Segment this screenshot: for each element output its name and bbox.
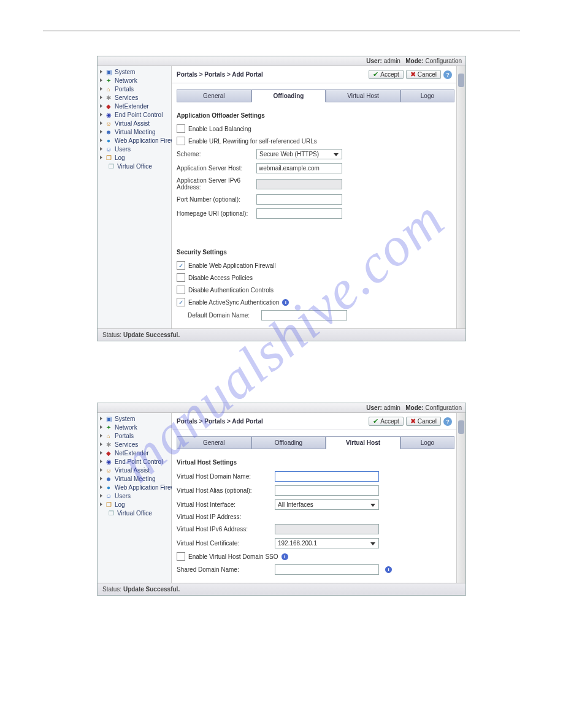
doc2-icon: ❐ (107, 162, 115, 170)
cancel-button[interactable]: ✖Cancel (406, 70, 441, 79)
person-icon: ☺ (105, 466, 112, 474)
sidebar2-item-virtual-assist[interactable]: ☺Virtual Assist (98, 466, 171, 474)
checkbox-load-balancing[interactable] (177, 124, 185, 133)
section-security: Security Settings (172, 245, 465, 258)
label-vh-sso: Enable Virtual Host Domain SSO (188, 553, 278, 560)
window-offloading: User: admin Mode: Configuration ▣System … (97, 56, 466, 341)
input-vh-domain[interactable] (275, 471, 379, 482)
breadcrumb: Portals > Portals > Add Portal (177, 71, 263, 78)
checkbox-vh-sso[interactable] (177, 552, 185, 561)
tab2-virtual-host[interactable]: Virtual Host (326, 436, 400, 449)
home-icon: ⌂ (105, 432, 112, 439)
sidebar-item-system[interactable]: ▣System (98, 67, 171, 76)
sidebar2-item-virtual-meeting[interactable]: ☻Virtual Meeting (98, 474, 171, 483)
input-default-domain[interactable] (261, 310, 347, 320)
scrollbar2[interactable] (456, 413, 465, 583)
help-icon2[interactable]: ? (443, 417, 452, 426)
info-icon[interactable]: i (282, 299, 289, 306)
select-vh-iface[interactable]: All Interfaces (275, 499, 379, 510)
info-icon2[interactable]: i (282, 553, 288, 560)
accept-button[interactable]: ✔Accept (369, 70, 404, 79)
label-port: Port Number (optional): (177, 196, 250, 203)
accept-button2[interactable]: ✔Accept (369, 417, 404, 426)
tab-virtual-host[interactable]: Virtual Host (326, 89, 400, 102)
tab-bar2: General Offloading Virtual Host Logo (177, 436, 454, 449)
tab2-general[interactable]: General (177, 436, 251, 449)
scrollbar[interactable] (456, 66, 465, 328)
checkbox-disable-access[interactable] (177, 273, 185, 282)
checkbox-activesync[interactable]: ✓ (177, 298, 185, 306)
sidebar-item-endpoint[interactable]: ◉End Point Control (98, 110, 171, 119)
sidebar2-item-system[interactable]: ▣System (98, 414, 171, 423)
sidebar2-item-netextender[interactable]: ◆NetExtender (98, 449, 171, 457)
label-vh-iface: Virtual Host Interface: (177, 501, 269, 508)
sidebar2-item-log[interactable]: ❐Log (98, 500, 171, 509)
doc-icon: ❐ (105, 154, 112, 161)
label-shared-domain: Shared Domain Name: (177, 566, 269, 573)
sidebar-item-virtual-office[interactable]: ❐Virtual Office (98, 162, 171, 170)
people-icon: ☻ (105, 128, 112, 135)
checkbox-url-rewrite[interactable] (177, 137, 185, 145)
sidebar2-item-virtual-office[interactable]: ❐Virtual Office (98, 509, 171, 517)
label-app-host: Application Server Host: (177, 165, 250, 172)
tab-logo[interactable]: Logo (400, 89, 454, 102)
sidebar-item-services[interactable]: ✱Services (98, 93, 171, 102)
select-vh-cert[interactable]: 192.168.200.1 (275, 538, 379, 548)
sidebar2-item-services[interactable]: ✱Services (98, 440, 171, 449)
sidebar2-item-waf[interactable]: ●Web Application Firewall (98, 483, 171, 491)
doc-icon: ❐ (105, 501, 112, 508)
sidebar-item-netextender[interactable]: ◆NetExtender (98, 102, 171, 110)
input-vh-alias[interactable] (275, 485, 379, 496)
select-scheme[interactable]: Secure Web (HTTPS) (256, 149, 342, 159)
info-icon3[interactable]: i (385, 566, 392, 573)
input-homepage[interactable] (256, 208, 342, 219)
input-shared-domain[interactable] (275, 564, 379, 575)
cancel-button2[interactable]: ✖Cancel (406, 417, 441, 426)
sidebar2: ▣System ✦Network ⌂Portals ✱Services ◆Net… (98, 413, 172, 583)
input-app-ipv6[interactable] (256, 179, 342, 189)
input-app-host[interactable] (256, 163, 342, 173)
sidebar2-item-portals[interactable]: ⌂Portals (98, 431, 171, 440)
label-vh-domain: Virtual Host Domain Name: (177, 473, 269, 480)
label-activesync: Enable ActiveSync Authentication (188, 299, 279, 306)
input-port[interactable] (256, 194, 342, 205)
sidebar-item-virtual-meeting[interactable]: ☻Virtual Meeting (98, 127, 171, 136)
sidebar-item-network[interactable]: ✦Network (98, 76, 171, 85)
label-waf: Enable Web Application Firewall (188, 262, 276, 269)
tab-general[interactable]: General (177, 89, 251, 102)
shield2-icon: ◉ (105, 458, 112, 465)
checkbox-disable-auth[interactable] (177, 286, 185, 294)
label-vh-ip: Virtual Host IP Address: (177, 514, 269, 520)
sidebar-item-users[interactable]: ☺Users (98, 145, 171, 153)
section-vh: Virtual Host Settings (172, 455, 465, 468)
sidebar-item-portals[interactable]: ⌂Portals (98, 85, 171, 93)
help-icon[interactable]: ? (443, 70, 452, 79)
sidebar2-item-users[interactable]: ☺Users (98, 491, 171, 500)
sidebar2-item-network[interactable]: ✦Network (98, 423, 171, 431)
sidebar-item-log[interactable]: ❐Log (98, 153, 171, 162)
titlebar2: User: admin Mode: Configuration (98, 403, 465, 413)
sidebar-item-waf[interactable]: ●Web Application Firewall (98, 136, 171, 145)
checkbox-waf[interactable]: ✓ (177, 261, 185, 270)
label-vh-cert: Virtual Host Certificate: (177, 540, 269, 547)
x-icon: ✖ (410, 418, 416, 425)
sidebar2-item-endpoint[interactable]: ◉End Point Control (98, 457, 171, 466)
globe-icon: ● (105, 483, 112, 491)
breadcrumb2: Portals > Portals > Add Portal (177, 418, 263, 425)
sidebar-item-virtual-assist[interactable]: ☺Virtual Assist (98, 119, 171, 127)
people-icon: ☻ (105, 475, 112, 482)
user-icon: ☺ (105, 145, 112, 153)
network-icon: ✦ (105, 77, 112, 84)
globe-icon: ● (105, 137, 112, 144)
label-scheme: Scheme: (177, 151, 250, 157)
tab2-logo[interactable]: Logo (400, 436, 454, 449)
input-vh-ipv6[interactable] (275, 524, 379, 534)
x-icon: ✖ (410, 71, 416, 78)
label-homepage: Homepage URI (optional): (177, 210, 250, 217)
tab2-offloading[interactable]: Offloading (251, 436, 326, 449)
check-icon: ✔ (373, 418, 378, 425)
monitor-icon: ▣ (105, 415, 112, 422)
titlebar: User: admin Mode: Configuration (98, 56, 465, 66)
home-icon: ⌂ (105, 85, 112, 93)
tab-offloading[interactable]: Offloading (251, 89, 326, 102)
